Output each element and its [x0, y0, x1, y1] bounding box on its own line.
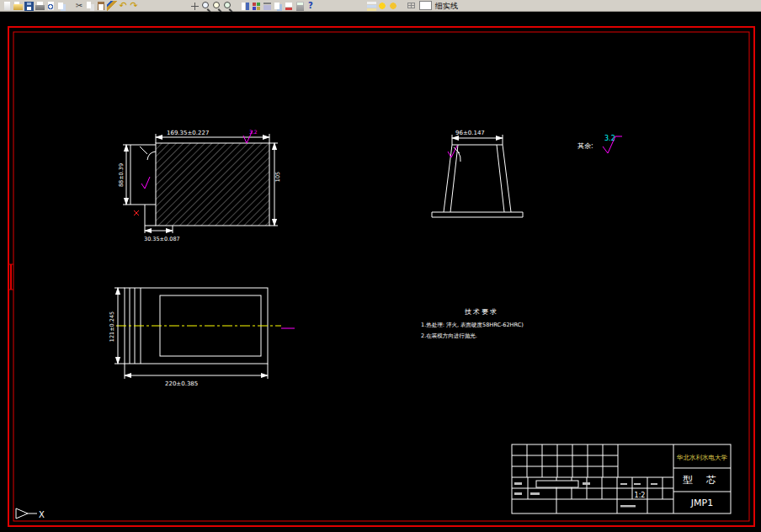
toolbar-separator [399, 1, 405, 11]
toolbar-icon-strip [2, 1, 416, 11]
undo-icon[interactable] [118, 1, 128, 11]
pan-icon[interactable] [189, 1, 200, 11]
dim-top-text: 96±0.147 [455, 130, 485, 136]
dimension-right [269, 143, 278, 226]
linetype-preview-swatch[interactable] [419, 1, 432, 10]
surface-note-label: 其余: [577, 142, 593, 150]
drawing-canvas[interactable]: 169.35±0.227 3.2 88±0.39 105 30.35±0.087 [0, 12, 761, 532]
layer-color-icon[interactable] [377, 1, 387, 11]
preview-icon[interactable] [45, 1, 56, 11]
linetype-label[interactable]: 细实线 [435, 1, 458, 11]
plan-view: 220±0.385 121±0.245 [109, 288, 295, 387]
school-name: 华北水利水电大学 [676, 454, 728, 461]
front-view: 96±0.147 [432, 130, 523, 217]
help-icon[interactable] [306, 1, 316, 11]
table-icon[interactable] [406, 1, 416, 11]
dimension-bottom [125, 364, 268, 379]
zoom-realtime-icon[interactable] [200, 1, 210, 11]
tech-req-line-1: 1.热处理: 淬火, 表面硬度58HRC-62HRC) [421, 322, 524, 328]
tech-req-title: 技术要求 [464, 308, 498, 316]
plot-icon[interactable] [35, 1, 45, 11]
dimension-bottom [145, 226, 173, 233]
insert-point-marker [134, 210, 139, 215]
new-icon[interactable] [2, 1, 12, 11]
drawing-sheet: 169.35±0.227 3.2 88±0.39 105 30.35±0.087 [0, 12, 761, 532]
tech-req-line-2: 2.在装模方向进行抛光. [421, 332, 477, 339]
zoom-window-icon[interactable] [211, 1, 221, 11]
ucs-x-label: X [39, 510, 45, 519]
dim-bottom-text: 30.35±0.087 [144, 236, 180, 242]
cad-application-window: { "toolbar": { "icons": ["new","open","s… [0, 0, 761, 532]
sheet-border-frame [8, 27, 754, 526]
dim-bottom-text: 220±0.385 [165, 380, 198, 387]
dim-top-text: 169.35±0.227 [167, 130, 209, 136]
express-icon[interactable] [388, 1, 398, 11]
technical-requirements: 技术要求 1.热处理: 淬火, 表面硬度58HRC-62HRC) 2.在装模方向… [421, 308, 524, 339]
roughness-top-text: 3.2 [249, 129, 258, 135]
scale-value: 1:2 [635, 492, 646, 499]
tool-palettes-icon[interactable] [262, 1, 272, 11]
save-icon[interactable] [24, 1, 34, 11]
copy-icon[interactable] [85, 1, 95, 11]
zoom-previous-icon[interactable] [222, 1, 232, 11]
calc-icon[interactable] [295, 1, 305, 11]
section-view: 169.35±0.227 3.2 88±0.39 105 30.35±0.087 [118, 129, 281, 242]
dim-left-text: 88±0.39 [118, 163, 125, 187]
design-center-icon[interactable] [251, 1, 261, 11]
filled-cell [536, 481, 578, 487]
cut-icon[interactable] [74, 1, 84, 11]
markup-icon[interactable] [284, 1, 294, 11]
ucs-icon: X [16, 508, 45, 519]
part-name: 型 芯 [683, 474, 721, 486]
publish-icon[interactable] [56, 1, 67, 11]
open-icon[interactable] [13, 1, 23, 11]
layers-icon[interactable] [366, 1, 376, 11]
match-icon[interactable] [107, 1, 117, 11]
dim-right-text: 105 [274, 172, 281, 182]
toolbar-separator [67, 1, 73, 11]
sheet-set-icon[interactable] [273, 1, 283, 11]
redo-icon[interactable] [129, 1, 139, 11]
paste-icon[interactable] [96, 1, 106, 11]
dim-left-text: 121±0.245 [109, 311, 115, 342]
drawing-code: JMP1 [690, 497, 713, 508]
properties-icon[interactable] [240, 1, 250, 11]
roughness-symbol [448, 146, 457, 157]
toolbar-separator [233, 1, 239, 11]
top-toolbar: 细实线 [0, 0, 761, 12]
roughness-symbol-left [141, 177, 150, 189]
surface-finish-note: 其余: 3.2 [577, 135, 622, 153]
toolbar-separator [140, 1, 189, 11]
title-block: 1:2 华北水利水电大学 型 芯 JMP1 [512, 444, 731, 513]
toolbar-separator [317, 1, 365, 11]
